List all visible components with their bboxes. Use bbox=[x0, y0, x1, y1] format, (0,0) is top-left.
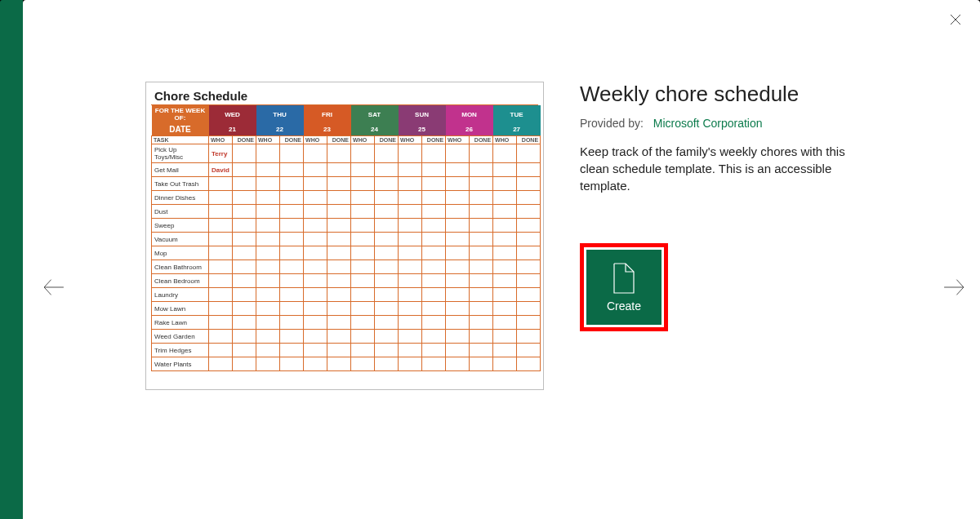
who-cell bbox=[209, 330, 233, 344]
table-row: Rake Lawn bbox=[152, 316, 541, 330]
who-cell bbox=[493, 288, 517, 302]
table-row: Dust bbox=[152, 205, 541, 219]
table-row: Clean Bedroom bbox=[152, 274, 541, 288]
who-cell bbox=[256, 288, 280, 302]
done-cell bbox=[375, 274, 399, 288]
done-cell bbox=[327, 316, 351, 330]
done-cell bbox=[422, 260, 446, 274]
who-cell bbox=[446, 205, 470, 219]
done-cell bbox=[327, 246, 351, 260]
who-cell bbox=[399, 233, 422, 246]
task-cell: Dinner Dishes bbox=[152, 191, 209, 205]
who-cell bbox=[304, 302, 327, 316]
who-cell bbox=[256, 246, 280, 260]
day-header: WED bbox=[209, 105, 256, 123]
col-done: DONE bbox=[375, 136, 399, 144]
done-cell bbox=[327, 344, 351, 357]
who-cell bbox=[304, 205, 327, 219]
who-cell bbox=[304, 288, 327, 302]
who-cell bbox=[399, 246, 422, 260]
close-icon bbox=[948, 12, 963, 27]
done-cell bbox=[517, 330, 541, 344]
done-cell bbox=[233, 191, 256, 205]
who-cell bbox=[446, 344, 470, 357]
who-cell bbox=[493, 302, 517, 316]
next-template-button[interactable] bbox=[938, 271, 970, 304]
who-cell bbox=[399, 288, 422, 302]
col-done: DONE bbox=[517, 136, 541, 144]
done-cell bbox=[375, 246, 399, 260]
done-cell bbox=[422, 177, 446, 191]
done-cell bbox=[422, 205, 446, 219]
col-task: TASK bbox=[152, 136, 209, 144]
done-cell bbox=[233, 144, 256, 163]
done-cell bbox=[280, 219, 304, 233]
who-cell bbox=[493, 191, 517, 205]
close-button[interactable] bbox=[944, 8, 967, 31]
who-cell bbox=[304, 246, 327, 260]
task-cell: Get Mail bbox=[152, 163, 209, 177]
col-done: DONE bbox=[327, 136, 351, 144]
done-cell bbox=[327, 302, 351, 316]
who-cell bbox=[256, 219, 280, 233]
day-header: THU bbox=[256, 105, 304, 123]
who-cell bbox=[399, 274, 422, 288]
who-cell bbox=[304, 191, 327, 205]
who-cell bbox=[399, 357, 422, 371]
who-cell bbox=[399, 260, 422, 274]
who-cell bbox=[399, 316, 422, 330]
who-cell bbox=[304, 233, 327, 246]
done-cell bbox=[233, 260, 256, 274]
done-cell bbox=[470, 246, 493, 260]
table-row: Laundry bbox=[152, 288, 541, 302]
done-cell bbox=[327, 191, 351, 205]
table-row: Mop bbox=[152, 246, 541, 260]
done-cell bbox=[470, 163, 493, 177]
done-cell bbox=[280, 274, 304, 288]
done-cell bbox=[517, 344, 541, 357]
provided-by-label: Provided by: bbox=[580, 117, 644, 130]
who-cell bbox=[446, 177, 470, 191]
who-cell bbox=[351, 316, 375, 330]
done-cell bbox=[233, 205, 256, 219]
done-cell bbox=[280, 344, 304, 357]
done-cell bbox=[233, 330, 256, 344]
col-done: DONE bbox=[280, 136, 304, 144]
task-cell: Water Plants bbox=[152, 357, 209, 371]
done-cell bbox=[375, 260, 399, 274]
who-cell bbox=[256, 330, 280, 344]
who-cell bbox=[446, 246, 470, 260]
table-row: Pick Up Toys/MiscTerry bbox=[152, 144, 541, 163]
done-cell bbox=[233, 288, 256, 302]
who-cell bbox=[351, 357, 375, 371]
col-who: WHO bbox=[351, 136, 375, 144]
who-cell bbox=[351, 274, 375, 288]
done-cell bbox=[470, 233, 493, 246]
col-done: DONE bbox=[470, 136, 493, 144]
who-cell bbox=[493, 344, 517, 357]
done-cell bbox=[233, 344, 256, 357]
provider-link[interactable]: Microsoft Corporation bbox=[653, 117, 763, 130]
create-button[interactable]: Create bbox=[586, 250, 662, 325]
who-cell bbox=[209, 357, 233, 371]
task-cell: Take Out Trash bbox=[152, 177, 209, 191]
day-header: MON bbox=[446, 105, 493, 123]
done-cell bbox=[280, 330, 304, 344]
col-who: WHO bbox=[493, 136, 517, 144]
who-cell bbox=[304, 316, 327, 330]
done-cell bbox=[517, 144, 541, 163]
template-preview-modal: Chore Schedule FOR THE WEEK OF: WED THU … bbox=[23, 0, 980, 519]
who-cell bbox=[209, 274, 233, 288]
done-cell bbox=[327, 163, 351, 177]
who-cell bbox=[209, 316, 233, 330]
who-cell bbox=[399, 344, 422, 357]
done-cell bbox=[375, 330, 399, 344]
prev-template-button[interactable] bbox=[38, 271, 70, 304]
who-cell bbox=[256, 163, 280, 177]
done-cell bbox=[375, 144, 399, 163]
done-cell bbox=[470, 144, 493, 163]
done-cell bbox=[280, 191, 304, 205]
who-cell bbox=[493, 163, 517, 177]
who-cell bbox=[446, 302, 470, 316]
who-cell bbox=[351, 233, 375, 246]
